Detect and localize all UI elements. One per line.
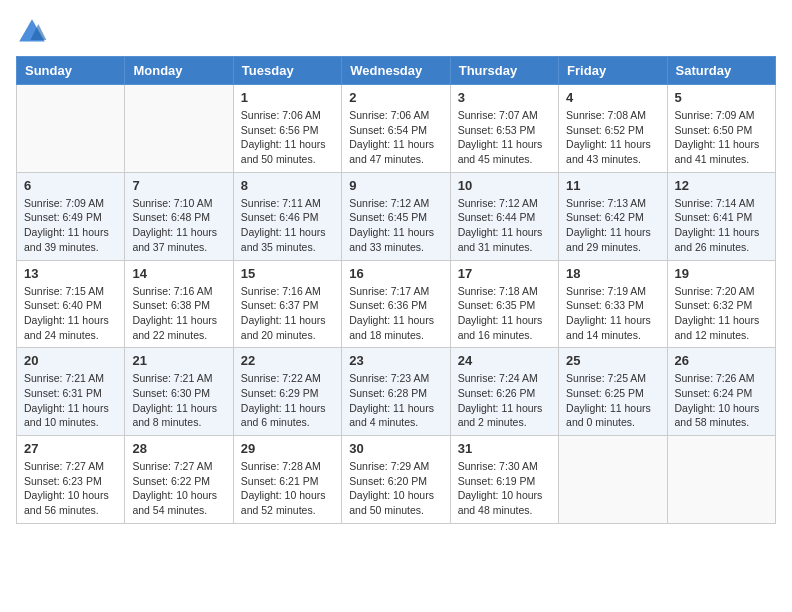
day-number: 8 <box>241 178 334 193</box>
calendar-day-cell: 11Sunrise: 7:13 AM Sunset: 6:42 PM Dayli… <box>559 172 667 260</box>
calendar-day-cell: 20Sunrise: 7:21 AM Sunset: 6:31 PM Dayli… <box>17 348 125 436</box>
calendar-day-cell: 13Sunrise: 7:15 AM Sunset: 6:40 PM Dayli… <box>17 260 125 348</box>
day-info: Sunrise: 7:16 AM Sunset: 6:38 PM Dayligh… <box>132 284 225 343</box>
calendar-day-cell: 14Sunrise: 7:16 AM Sunset: 6:38 PM Dayli… <box>125 260 233 348</box>
day-info: Sunrise: 7:29 AM Sunset: 6:20 PM Dayligh… <box>349 459 442 518</box>
day-of-week-header: Saturday <box>667 57 775 85</box>
calendar-day-cell <box>667 436 775 524</box>
day-info: Sunrise: 7:28 AM Sunset: 6:21 PM Dayligh… <box>241 459 334 518</box>
calendar-day-cell: 17Sunrise: 7:18 AM Sunset: 6:35 PM Dayli… <box>450 260 558 348</box>
calendar-header-row: SundayMondayTuesdayWednesdayThursdayFrid… <box>17 57 776 85</box>
day-number: 13 <box>24 266 117 281</box>
calendar-day-cell: 8Sunrise: 7:11 AM Sunset: 6:46 PM Daylig… <box>233 172 341 260</box>
day-info: Sunrise: 7:13 AM Sunset: 6:42 PM Dayligh… <box>566 196 659 255</box>
calendar-day-cell: 26Sunrise: 7:26 AM Sunset: 6:24 PM Dayli… <box>667 348 775 436</box>
day-info: Sunrise: 7:18 AM Sunset: 6:35 PM Dayligh… <box>458 284 551 343</box>
calendar-day-cell: 27Sunrise: 7:27 AM Sunset: 6:23 PM Dayli… <box>17 436 125 524</box>
calendar-week-row: 20Sunrise: 7:21 AM Sunset: 6:31 PM Dayli… <box>17 348 776 436</box>
calendar-day-cell: 4Sunrise: 7:08 AM Sunset: 6:52 PM Daylig… <box>559 85 667 173</box>
day-number: 6 <box>24 178 117 193</box>
day-info: Sunrise: 7:27 AM Sunset: 6:23 PM Dayligh… <box>24 459 117 518</box>
day-number: 29 <box>241 441 334 456</box>
day-info: Sunrise: 7:30 AM Sunset: 6:19 PM Dayligh… <box>458 459 551 518</box>
day-number: 22 <box>241 353 334 368</box>
day-info: Sunrise: 7:10 AM Sunset: 6:48 PM Dayligh… <box>132 196 225 255</box>
day-info: Sunrise: 7:09 AM Sunset: 6:49 PM Dayligh… <box>24 196 117 255</box>
day-info: Sunrise: 7:12 AM Sunset: 6:45 PM Dayligh… <box>349 196 442 255</box>
calendar-day-cell: 29Sunrise: 7:28 AM Sunset: 6:21 PM Dayli… <box>233 436 341 524</box>
day-info: Sunrise: 7:21 AM Sunset: 6:30 PM Dayligh… <box>132 371 225 430</box>
day-number: 17 <box>458 266 551 281</box>
day-number: 1 <box>241 90 334 105</box>
calendar-day-cell: 18Sunrise: 7:19 AM Sunset: 6:33 PM Dayli… <box>559 260 667 348</box>
day-info: Sunrise: 7:11 AM Sunset: 6:46 PM Dayligh… <box>241 196 334 255</box>
calendar-day-cell: 3Sunrise: 7:07 AM Sunset: 6:53 PM Daylig… <box>450 85 558 173</box>
day-number: 25 <box>566 353 659 368</box>
calendar-day-cell: 5Sunrise: 7:09 AM Sunset: 6:50 PM Daylig… <box>667 85 775 173</box>
calendar-day-cell: 19Sunrise: 7:20 AM Sunset: 6:32 PM Dayli… <box>667 260 775 348</box>
logo-icon <box>16 16 48 48</box>
day-info: Sunrise: 7:14 AM Sunset: 6:41 PM Dayligh… <box>675 196 768 255</box>
calendar-day-cell <box>17 85 125 173</box>
day-number: 14 <box>132 266 225 281</box>
day-info: Sunrise: 7:12 AM Sunset: 6:44 PM Dayligh… <box>458 196 551 255</box>
day-number: 26 <box>675 353 768 368</box>
day-info: Sunrise: 7:09 AM Sunset: 6:50 PM Dayligh… <box>675 108 768 167</box>
day-number: 11 <box>566 178 659 193</box>
calendar-day-cell: 2Sunrise: 7:06 AM Sunset: 6:54 PM Daylig… <box>342 85 450 173</box>
calendar-day-cell: 10Sunrise: 7:12 AM Sunset: 6:44 PM Dayli… <box>450 172 558 260</box>
day-of-week-header: Monday <box>125 57 233 85</box>
calendar-day-cell <box>559 436 667 524</box>
day-info: Sunrise: 7:24 AM Sunset: 6:26 PM Dayligh… <box>458 371 551 430</box>
logo <box>16 16 52 48</box>
day-info: Sunrise: 7:26 AM Sunset: 6:24 PM Dayligh… <box>675 371 768 430</box>
calendar-day-cell: 12Sunrise: 7:14 AM Sunset: 6:41 PM Dayli… <box>667 172 775 260</box>
day-number: 18 <box>566 266 659 281</box>
day-info: Sunrise: 7:21 AM Sunset: 6:31 PM Dayligh… <box>24 371 117 430</box>
day-number: 21 <box>132 353 225 368</box>
calendar-day-cell: 31Sunrise: 7:30 AM Sunset: 6:19 PM Dayli… <box>450 436 558 524</box>
calendar-day-cell: 6Sunrise: 7:09 AM Sunset: 6:49 PM Daylig… <box>17 172 125 260</box>
day-number: 3 <box>458 90 551 105</box>
day-number: 9 <box>349 178 442 193</box>
calendar-day-cell: 23Sunrise: 7:23 AM Sunset: 6:28 PM Dayli… <box>342 348 450 436</box>
day-number: 4 <box>566 90 659 105</box>
calendar-day-cell: 7Sunrise: 7:10 AM Sunset: 6:48 PM Daylig… <box>125 172 233 260</box>
day-number: 23 <box>349 353 442 368</box>
calendar-day-cell: 22Sunrise: 7:22 AM Sunset: 6:29 PM Dayli… <box>233 348 341 436</box>
day-info: Sunrise: 7:22 AM Sunset: 6:29 PM Dayligh… <box>241 371 334 430</box>
day-info: Sunrise: 7:06 AM Sunset: 6:56 PM Dayligh… <box>241 108 334 167</box>
calendar-day-cell: 25Sunrise: 7:25 AM Sunset: 6:25 PM Dayli… <box>559 348 667 436</box>
day-info: Sunrise: 7:19 AM Sunset: 6:33 PM Dayligh… <box>566 284 659 343</box>
day-info: Sunrise: 7:17 AM Sunset: 6:36 PM Dayligh… <box>349 284 442 343</box>
calendar-day-cell: 30Sunrise: 7:29 AM Sunset: 6:20 PM Dayli… <box>342 436 450 524</box>
day-info: Sunrise: 7:06 AM Sunset: 6:54 PM Dayligh… <box>349 108 442 167</box>
day-number: 7 <box>132 178 225 193</box>
day-info: Sunrise: 7:27 AM Sunset: 6:22 PM Dayligh… <box>132 459 225 518</box>
day-number: 16 <box>349 266 442 281</box>
day-of-week-header: Friday <box>559 57 667 85</box>
day-of-week-header: Sunday <box>17 57 125 85</box>
day-info: Sunrise: 7:16 AM Sunset: 6:37 PM Dayligh… <box>241 284 334 343</box>
day-number: 2 <box>349 90 442 105</box>
calendar-day-cell: 24Sunrise: 7:24 AM Sunset: 6:26 PM Dayli… <box>450 348 558 436</box>
calendar-week-row: 6Sunrise: 7:09 AM Sunset: 6:49 PM Daylig… <box>17 172 776 260</box>
calendar-day-cell: 15Sunrise: 7:16 AM Sunset: 6:37 PM Dayli… <box>233 260 341 348</box>
day-of-week-header: Wednesday <box>342 57 450 85</box>
day-info: Sunrise: 7:08 AM Sunset: 6:52 PM Dayligh… <box>566 108 659 167</box>
calendar-day-cell: 9Sunrise: 7:12 AM Sunset: 6:45 PM Daylig… <box>342 172 450 260</box>
calendar-week-row: 27Sunrise: 7:27 AM Sunset: 6:23 PM Dayli… <box>17 436 776 524</box>
day-of-week-header: Tuesday <box>233 57 341 85</box>
day-number: 12 <box>675 178 768 193</box>
day-number: 5 <box>675 90 768 105</box>
day-number: 30 <box>349 441 442 456</box>
page-header <box>16 16 776 48</box>
day-number: 15 <box>241 266 334 281</box>
day-info: Sunrise: 7:15 AM Sunset: 6:40 PM Dayligh… <box>24 284 117 343</box>
calendar-table: SundayMondayTuesdayWednesdayThursdayFrid… <box>16 56 776 524</box>
calendar-day-cell <box>125 85 233 173</box>
day-info: Sunrise: 7:25 AM Sunset: 6:25 PM Dayligh… <box>566 371 659 430</box>
day-info: Sunrise: 7:20 AM Sunset: 6:32 PM Dayligh… <box>675 284 768 343</box>
calendar-day-cell: 28Sunrise: 7:27 AM Sunset: 6:22 PM Dayli… <box>125 436 233 524</box>
day-number: 20 <box>24 353 117 368</box>
